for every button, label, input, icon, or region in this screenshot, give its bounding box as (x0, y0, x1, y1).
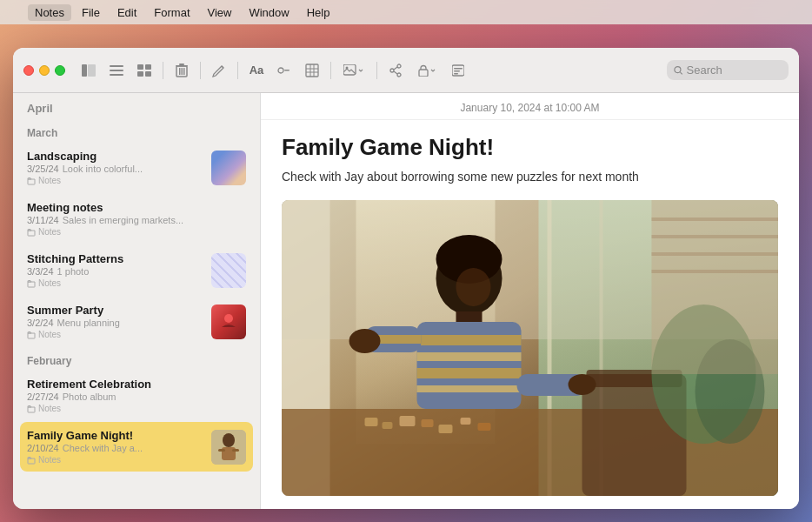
svg-rect-32 (454, 70, 460, 72)
minimize-button[interactable] (39, 65, 50, 76)
folder-icon-gamenight (27, 456, 36, 465)
share-button[interactable] (383, 57, 409, 84)
note-folder-label-summer: Notes (38, 330, 61, 339)
svg-rect-13 (176, 65, 188, 67)
note-folder-retirement: Notes (27, 404, 246, 413)
note-date-retirement: 2/27/24 (27, 392, 59, 402)
svg-point-34 (675, 66, 681, 72)
svg-rect-6 (145, 64, 151, 70)
note-date-stitching: 3/3/24 (27, 266, 54, 277)
note-folder-label-meeting: Notes (38, 227, 61, 237)
svg-rect-29 (419, 70, 428, 77)
svg-rect-4 (110, 74, 123, 76)
svg-point-24 (390, 69, 394, 72)
section-march: March (20, 120, 253, 143)
svg-point-72 (456, 268, 491, 306)
svg-rect-31 (454, 68, 463, 70)
media-button[interactable] (336, 57, 371, 84)
note-date-meeting: 3/11/24 (27, 215, 59, 225)
note-title-gamenight: Family Game Night! (27, 429, 204, 442)
note-item-meeting[interactable]: Meeting notes 3/11/24 Sales in emerging … (20, 194, 253, 244)
note-item-landscaping[interactable]: Landscaping 3/25/24 Look into colorful..… (20, 143, 253, 192)
section-february: February (20, 348, 253, 371)
svg-rect-54 (439, 425, 453, 433)
sidebar-toggle-button[interactable] (76, 57, 102, 84)
list-view-button[interactable] (103, 57, 130, 84)
delete-button[interactable] (169, 57, 195, 84)
svg-rect-51 (383, 422, 393, 429)
note-folder-landscaping: Notes (27, 176, 204, 185)
svg-rect-16 (284, 70, 290, 71)
chevron-down-icon (357, 67, 364, 74)
separator-1 (163, 62, 163, 79)
note-date-summer: 3/2/24 (27, 318, 54, 328)
note-photo (282, 200, 778, 496)
folder-icon-meeting (27, 228, 36, 237)
new-note-button[interactable] (206, 57, 232, 84)
svg-rect-8 (145, 71, 151, 77)
search-input[interactable] (687, 64, 782, 77)
table-button[interactable] (299, 57, 325, 84)
menubar: Notes File Edit Format View Window Help (0, 0, 812, 24)
note-item-gamenight[interactable]: Family Game Night! 2/10/24 Check with Ja… (20, 422, 253, 472)
svg-rect-41 (232, 449, 239, 452)
menubar-file[interactable]: File (75, 4, 107, 21)
photo-icon (343, 64, 357, 77)
separator-4 (330, 62, 331, 79)
more-icon (452, 64, 464, 77)
note-info-summer: Summer Party 3/2/24 Menu planning Notes (27, 304, 204, 339)
lock-icon (417, 64, 429, 77)
sidebar-icon (82, 64, 96, 77)
editor-image (282, 200, 778, 496)
svg-rect-17 (306, 64, 318, 77)
note-title-stitching: Stitching Patterns (27, 252, 204, 265)
more-button[interactable] (445, 57, 471, 84)
maximize-button[interactable] (55, 65, 65, 76)
search-box[interactable] (667, 60, 789, 80)
note-meta-stitching: 3/3/24 1 photo (27, 266, 204, 277)
apple-menu[interactable] (7, 0, 24, 24)
menubar-notes[interactable]: Notes (28, 4, 71, 21)
svg-rect-11 (182, 68, 183, 75)
lock-button[interactable] (410, 57, 443, 84)
thumbnail-summer (211, 304, 246, 339)
text-format-button[interactable]: Aa (243, 57, 270, 84)
svg-point-69 (349, 329, 381, 353)
menubar-window[interactable]: Window (242, 4, 296, 21)
note-item-summer[interactable]: Summer Party 3/2/24 Menu planning Notes (20, 297, 253, 346)
note-folder-meeting: Notes (27, 227, 246, 237)
svg-rect-33 (454, 73, 458, 75)
editor-date: January 10, 2024 at 10:00 AM (261, 93, 799, 120)
note-title-landscaping: Landscaping (27, 150, 204, 163)
svg-rect-53 (422, 419, 434, 427)
menubar-format[interactable]: Format (147, 4, 196, 21)
note-item-retirement[interactable]: Retirement Celebration 2/27/24 Photo alb… (20, 371, 253, 420)
note-folder-summer: Notes (27, 330, 204, 339)
grid-view-button[interactable] (131, 57, 157, 84)
menubar-help[interactable]: Help (300, 4, 337, 21)
menubar-view[interactable]: View (201, 4, 239, 21)
editor-content[interactable]: Family Game Night! Check with Jay about … (261, 120, 799, 509)
svg-rect-65 (417, 385, 522, 392)
note-date-gamenight: 2/10/24 (27, 443, 59, 453)
note-info-stitching: Stitching Patterns 3/3/24 1 photo Notes (27, 252, 204, 288)
separator-3 (237, 62, 238, 79)
folder-icon-retirement (27, 405, 36, 413)
note-meta-summer: 3/2/24 Menu planning (27, 318, 204, 328)
note-preview-landscaping: Look into colorful... (63, 164, 204, 174)
note-preview-summer: Menu planning (57, 318, 204, 328)
menubar-edit[interactable]: Edit (110, 4, 143, 21)
close-button[interactable] (23, 65, 34, 76)
svg-rect-76 (652, 218, 779, 221)
note-preview-retirement: Photo album (63, 392, 246, 402)
svg-point-25 (397, 64, 401, 68)
folder-icon-summer (27, 331, 36, 339)
folder-icon (27, 177, 36, 185)
note-item-stitching[interactable]: Stitching Patterns 3/3/24 1 photo Notes (20, 245, 253, 295)
svg-rect-50 (365, 418, 378, 426)
svg-point-36 (224, 314, 233, 323)
checklist-button[interactable] (271, 57, 297, 84)
svg-rect-52 (400, 416, 416, 426)
svg-line-35 (681, 72, 682, 74)
note-meta-gamenight: 2/10/24 Check with Jay a... (27, 443, 204, 453)
